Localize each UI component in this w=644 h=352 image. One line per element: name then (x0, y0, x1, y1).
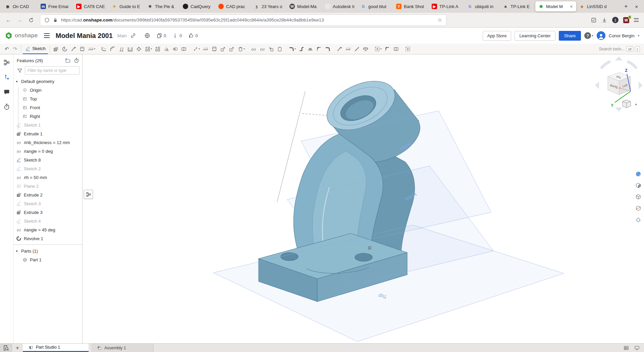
feature-row-default-geometry[interactable]: ▾Default geometry (13, 77, 82, 86)
mass-properties-button[interactable] (361, 45, 370, 53)
boolean-button[interactable] (171, 45, 179, 53)
feature-row-parts-1-[interactable]: ▾Parts (1) (13, 247, 82, 255)
rollback-history-icon[interactable] (73, 57, 79, 63)
3d-viewport[interactable]: Right Front Top (83, 54, 644, 343)
browser-tab-13[interactable]: Gubiquiti in (464, 1, 500, 11)
app-store-button[interactable]: App Store (483, 31, 512, 41)
feature-row-plane-2[interactable]: Plane 2 (13, 182, 82, 190)
view-cube-menu-button[interactable]: ▾ (623, 100, 637, 108)
activity-counter[interactable]: 0 (172, 33, 182, 39)
named-views-button[interactable] (634, 193, 642, 201)
display-style-button[interactable] (634, 181, 642, 189)
browser-tab-1[interactable]: mFree Emai (38, 1, 73, 11)
insert-node-button[interactable] (3, 73, 11, 81)
menu-icon[interactable] (634, 18, 639, 22)
offset-surface-button[interactable] (201, 45, 210, 53)
browser-tab-16[interactable]: ◆LinSSID d (576, 1, 612, 11)
sweep-button[interactable] (69, 45, 78, 53)
chamfer-button[interactable] (108, 45, 117, 53)
reload-button[interactable] (26, 15, 36, 25)
tracking-protection-icon[interactable] (44, 17, 50, 23)
move-face-button[interactable] (219, 45, 227, 53)
feature-row-front[interactable]: Front (13, 103, 82, 112)
browser-tab-11[interactable]: YBank Shot (393, 1, 429, 11)
variable-button[interactable] (249, 45, 258, 53)
corner-button[interactable] (315, 45, 323, 53)
insert-dwg-button[interactable] (275, 45, 284, 53)
feature-row-sketch-4[interactable]: Sketch 4 (13, 217, 82, 225)
learning-center-button[interactable]: Learning Center (515, 31, 555, 41)
comments-button[interactable] (3, 88, 11, 96)
finish-sheet-metal-button[interactable] (323, 45, 332, 53)
user-menu-caret-icon[interactable]: ▾ (638, 34, 639, 37)
copies-counter[interactable]: 0 (156, 33, 166, 39)
thicken-button[interactable]: ▾ (87, 45, 97, 53)
sheet-metal-tab-button[interactable] (306, 45, 315, 53)
history-button[interactable] (3, 103, 11, 111)
feature-row--h-50-mm[interactable]: #h = 50 mm (13, 173, 82, 182)
wrap-button[interactable] (344, 45, 353, 53)
chevron-down-icon[interactable]: ▾ (15, 249, 19, 253)
fill-surface-button[interactable] (210, 45, 219, 53)
browser-tab-5[interactable]: CadQuery (180, 1, 215, 11)
public-icon[interactable] (144, 33, 150, 39)
split-button[interactable] (179, 45, 188, 53)
dropdown-caret-icon[interactable]: ▾ (94, 47, 95, 50)
dropdown-caret-icon[interactable]: ▾ (151, 47, 152, 50)
linear-pattern-button[interactable]: ▾ (143, 45, 153, 53)
dropdown-caret-icon[interactable]: ▾ (380, 47, 382, 50)
browser-tab-10[interactable]: Ggood blut (358, 1, 393, 11)
lock-icon[interactable] (53, 17, 58, 23)
search-tabs-icon[interactable] (0, 344, 12, 352)
back-button[interactable]: ← (3, 15, 13, 25)
browser-tab-9[interactable]: Autodesk Inv (322, 1, 358, 11)
extension-icon[interactable]: W5 (623, 17, 629, 23)
feature-row-revolve-1[interactable]: Revolve 1 (13, 234, 82, 243)
browser-tab-15[interactable]: ⬢Model M× (535, 1, 576, 11)
dropdown-caret-icon[interactable]: ▾ (294, 47, 296, 50)
browser-tab-12[interactable]: ▶TP-Link A (429, 1, 464, 11)
browser-tab-3[interactable]: ❖Guide to E (109, 1, 144, 11)
flange-button[interactable] (297, 45, 306, 53)
onshape-logo[interactable]: onshape (5, 32, 38, 40)
likes-counter[interactable]: 0 (188, 33, 198, 39)
view-cube-top-label[interactable]: Top (616, 75, 622, 79)
dropdown-caret-icon[interactable]: ▾ (199, 47, 200, 50)
document-title[interactable]: Model Mania 2001 (56, 32, 113, 40)
share-button[interactable]: Share (559, 31, 581, 41)
feature-list-popout-button[interactable] (84, 190, 93, 199)
feature-row--angle-0-deg[interactable]: #angle = 0 deg (13, 147, 82, 156)
helix-button[interactable] (335, 45, 344, 53)
trim-button[interactable] (392, 45, 400, 53)
section-view-button[interactable] (634, 204, 642, 212)
account-icon[interactable]: 1 (612, 17, 619, 23)
feature-row-sketch-3[interactable]: Sketch 3 (13, 199, 82, 208)
fullscreen-icon[interactable] (634, 345, 640, 351)
feature-row-sketch-1[interactable]: Sketch 1 (13, 121, 82, 129)
tables-icon[interactable] (623, 345, 629, 351)
help-button[interactable]: ?▾ (584, 32, 593, 39)
hole-button[interactable] (135, 45, 143, 53)
feature-row--rib-thickness-12-mm[interactable]: #rib_thickness = 12 mm (13, 138, 82, 147)
feature-row-extrude-2[interactable]: Extrude 2 (13, 190, 82, 199)
search-tools[interactable]: Search tools... alt c (599, 46, 641, 52)
marquee-select-button[interactable] (404, 45, 412, 53)
circular-pattern-button[interactable] (153, 45, 162, 53)
draft-button[interactable] (117, 45, 126, 53)
extrude-button[interactable] (52, 45, 60, 53)
gusset-button[interactable] (383, 45, 392, 53)
measure-button[interactable] (353, 45, 361, 53)
window-close-button[interactable]: × (631, 4, 642, 9)
browser-tab-2[interactable]: ▶CAT6 CAE (73, 1, 109, 11)
feature-row-extrude-3[interactable]: Extrude 3 (13, 208, 82, 217)
url-bar[interactable]: https://cad.onshape.com/documents/399bbf… (40, 15, 446, 26)
document-menu-icon[interactable] (44, 33, 50, 38)
insert-folder-icon[interactable] (65, 57, 71, 63)
loft-button[interactable] (78, 45, 87, 53)
avatar[interactable] (597, 31, 605, 40)
feature-row-origin[interactable]: Origin (13, 86, 82, 94)
derived-button[interactable] (267, 45, 275, 53)
workspace-name[interactable]: Main (117, 33, 127, 38)
variable-studio-button[interactable] (258, 45, 267, 53)
bookmark-star-icon[interactable]: ☆ (438, 17, 442, 23)
